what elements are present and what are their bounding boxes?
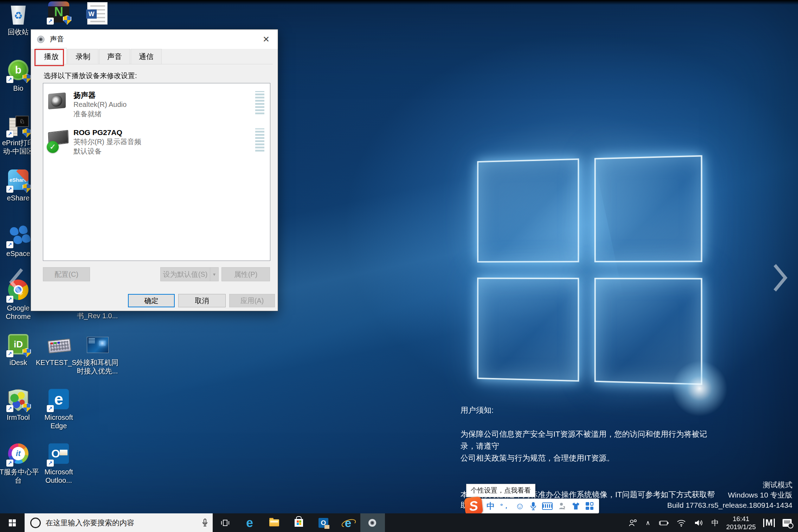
desktop-icon-irmtool[interactable]: ↗ IrmTool <box>0 389 41 422</box>
desktop-icon-label: iDesk <box>0 358 41 367</box>
windows-logo-graphic <box>477 155 702 385</box>
taskbar-outlook-button[interactable]: O <box>311 513 336 532</box>
taskbar-edge-button[interactable]: e <box>237 513 262 532</box>
people-tray-button[interactable] <box>624 513 642 532</box>
set-default-dropdown-icon[interactable]: ▾ <box>210 267 219 281</box>
sound-dialog: 声音 ✕ 播放 录制 声音 通信 选择以下播放设备来修改设置: 扬声器 Real… <box>31 29 278 311</box>
battery-tray-button[interactable] <box>654 513 672 532</box>
shortcut-arrow-icon: ↗ <box>6 186 13 193</box>
chevron-left-icon[interactable] <box>8 267 25 297</box>
search-mic-icon[interactable] <box>202 519 208 527</box>
microphone-icon[interactable] <box>530 502 536 510</box>
desktop-icon-it-service-center[interactable]: it ↗ IT服务中心平 台 <box>0 443 41 485</box>
default-device-check-icon: ✓ <box>47 141 59 153</box>
taskbar-sound-dialog-button[interactable] <box>360 513 385 532</box>
tab-playback[interactable]: 播放 <box>36 48 67 64</box>
ok-button[interactable]: 确定 <box>128 294 175 307</box>
it-service-glyph: it <box>16 449 20 458</box>
recycle-bin-icon: ♻ <box>11 6 26 25</box>
volume-tray-button[interactable] <box>690 513 708 532</box>
cortana-icon <box>30 518 41 528</box>
notice-heading: 用户须知: <box>461 405 721 416</box>
apply-button[interactable]: 应用(A) <box>229 294 275 307</box>
device-status: 默认设备 <box>73 147 141 156</box>
playback-device-list[interactable]: 扬声器 Realtek(R) Audio 准备就绪 ✓ ROG PG27AQ 英… <box>43 83 270 261</box>
desktop-icon-idesk[interactable]: iD ↗ iDesk <box>0 334 41 367</box>
m-app-tray-button[interactable]: M <box>759 513 779 532</box>
desktop-icon-book-doc[interactable]: 书_Rev 1.0... <box>75 312 120 320</box>
sogou-input-bar[interactable]: S 中 °， ☺ 2 <box>465 497 599 515</box>
dialog-titlebar[interactable]: 声音 ✕ <box>31 30 278 49</box>
desktop-icon-label: Microsoft Outloo... <box>36 468 82 485</box>
shortcut-arrow-icon: ↗ <box>6 130 13 137</box>
edge-taskbar-icon: e <box>246 517 253 529</box>
sound-app-icon <box>367 518 378 527</box>
taskbar-file-explorer-button[interactable] <box>262 513 287 532</box>
shortcut-arrow-icon: ↗ <box>6 296 13 303</box>
sogou-logo-icon[interactable]: S <box>464 496 483 516</box>
shortcut-arrow-icon: ↗ <box>6 241 13 248</box>
action-center-icon <box>783 519 792 527</box>
taskbar-clock[interactable]: 16:41 2019/1/25 <box>723 515 760 531</box>
ime-punctuation-icon[interactable]: °， <box>500 499 510 513</box>
search-placeholder-text: 在这里输入你要搜索的内容 <box>46 518 134 528</box>
recycle-glyph-icon: ♻ <box>11 10 26 21</box>
taskbar: 在这里输入你要搜索的内容 e O <box>0 513 798 532</box>
emoji-icon[interactable]: ☺ <box>515 499 525 513</box>
action-center-button[interactable] <box>779 513 796 532</box>
internet-explorer-icon: e <box>342 517 354 529</box>
device-name: ROG PG27AQ <box>73 128 141 137</box>
skin-shirt-icon[interactable] <box>572 502 580 510</box>
uac-shield-icon <box>22 348 31 357</box>
keyboard-icon <box>47 339 71 353</box>
soft-keyboard-icon[interactable] <box>542 502 553 510</box>
close-icon[interactable]: ✕ <box>255 30 278 49</box>
toolbox-grid-icon[interactable] <box>586 502 593 510</box>
task-view-button[interactable] <box>213 513 237 532</box>
word-w-glyph: W <box>86 9 97 19</box>
desktop-icon-word-document[interactable]: W <box>75 2 120 25</box>
desktop-icon-label: Microsoft Edge <box>36 413 82 430</box>
volume-level-meter <box>255 91 264 114</box>
device-status: 准备就绪 <box>73 109 127 119</box>
tab-sounds[interactable]: 声音 <box>99 49 130 64</box>
ime-chinese-mode-icon[interactable]: 中 <box>487 499 495 513</box>
desktop-icon-microsoft-edge[interactable]: e ↗ Microsoft Edge <box>36 389 82 430</box>
shortcut-arrow-icon: ↗ <box>47 405 54 412</box>
desktop-icon-headset-doc[interactable]: 外接和耳机同 时接入优先... <box>75 334 120 375</box>
device-row-monitor[interactable]: ✓ ROG PG27AQ 英特尔(R) 显示器音频 默认设备 <box>43 125 270 159</box>
taskbar-search-box[interactable]: 在这里输入你要搜索的内容 <box>25 513 213 532</box>
screenshot-thumbnail-icon <box>87 337 109 353</box>
taskbar-store-button[interactable] <box>287 513 311 532</box>
watermark-test-mode: 测试模式 <box>667 480 792 490</box>
m-logo-icon: M <box>763 518 775 528</box>
device-row-speakers[interactable]: 扬声器 Realtek(R) Audio 准备就绪 <box>43 88 270 121</box>
tray-overflow-button[interactable]: ∧ <box>642 513 654 532</box>
windows-watermark: 测试模式 Windows 10 专业版 Build 17763.rs5_rele… <box>667 480 792 510</box>
set-default-button[interactable]: 设为默认值(S) <box>160 267 210 281</box>
tab-communications[interactable]: 通信 <box>131 49 162 64</box>
device-description: Realtek(R) Audio <box>73 100 127 109</box>
watermark-build: Build 17763.rs5_release.180914-1434 <box>667 500 792 510</box>
windows-logo-pane <box>477 159 579 263</box>
clock-date: 2019/1/25 <box>726 523 756 531</box>
sogou-tooltip[interactable]: 个性设置，点我看看 <box>466 484 535 497</box>
battery-charging-icon <box>658 520 669 526</box>
tab-recording[interactable]: 录制 <box>67 49 98 64</box>
file-explorer-icon <box>269 519 279 526</box>
desktop-icon-microsoft-outlook[interactable]: O ↗ Microsoft Outloo... <box>36 443 82 485</box>
printer-screen-icon: ♘ <box>15 116 29 127</box>
configure-button[interactable]: 配置(C) <box>43 267 90 281</box>
windows-start-icon <box>9 519 16 526</box>
ime-indicator[interactable]: 中 <box>708 513 723 532</box>
properties-button[interactable]: 属性(P) <box>221 267 270 281</box>
taskbar-ie-button[interactable]: e <box>336 513 360 532</box>
chevron-right-icon[interactable] <box>772 263 789 293</box>
cancel-button[interactable]: 取消 <box>178 294 226 307</box>
start-button[interactable] <box>0 513 25 532</box>
clock-time: 16:41 <box>726 515 756 523</box>
uac-shield-icon <box>22 74 31 83</box>
wifi-tray-button[interactable] <box>672 513 690 532</box>
windows-logo-pane <box>477 277 579 382</box>
account-icon[interactable]: 2 <box>558 502 566 510</box>
